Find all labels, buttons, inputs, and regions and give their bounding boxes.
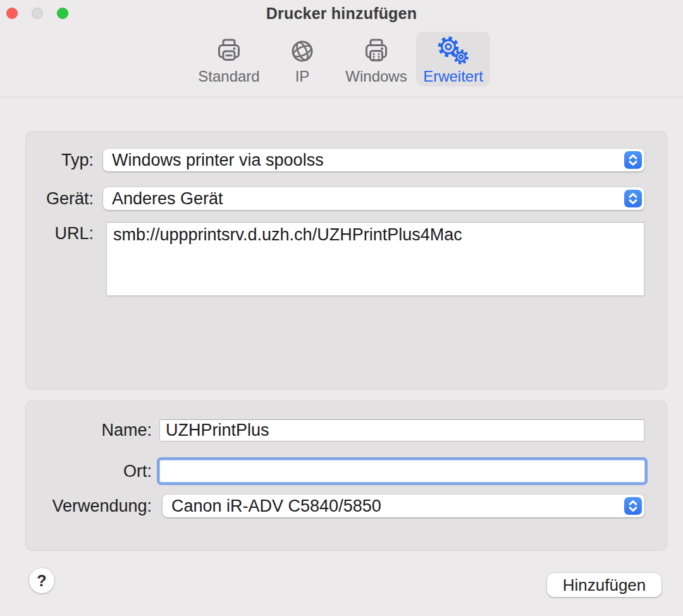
typ-label: Typ: <box>26 149 94 171</box>
verwendung-select[interactable]: Canon iR-ADV C5840/5850 <box>163 495 644 517</box>
geraet-select[interactable]: Anderes Gerät <box>103 187 644 210</box>
tab-label: IP <box>295 68 310 85</box>
stepper-icon <box>624 190 642 207</box>
stepper-icon <box>624 497 642 515</box>
gears-icon <box>435 36 472 68</box>
toolbar-divider <box>0 97 683 97</box>
typ-value: Windows printer via spoolss <box>103 151 624 170</box>
window-title: Drucker hinzufügen <box>0 4 683 23</box>
url-input[interactable]: smb://uppprintsrv.d.uzh.ch/UZHPrintPlus4… <box>106 222 644 296</box>
typ-select[interactable]: Windows printer via spoolss <box>103 149 644 171</box>
network-printer-icon <box>362 36 391 68</box>
tab-label: Standard <box>198 68 259 85</box>
printer-icon <box>214 36 243 68</box>
tab-standard[interactable]: Standard <box>197 32 261 87</box>
tab-label: Windows <box>345 68 407 85</box>
verwendung-value: Canon iR-ADV C5840/5850 <box>163 496 624 516</box>
ort-label: Ort: <box>26 460 152 483</box>
details-panel: Name: Ort: Verwendung: Canon iR-ADV C584… <box>25 400 667 551</box>
connection-panel: Typ: Windows printer via spoolss Gerät: … <box>25 131 667 390</box>
tab-label: Erweitert <box>423 68 483 85</box>
add-button[interactable]: Hinzufügen <box>547 573 661 597</box>
ort-input[interactable] <box>159 460 645 483</box>
tab-windows[interactable]: Windows <box>345 32 408 87</box>
verwendung-label: Verwendung: <box>26 495 152 517</box>
name-input[interactable] <box>159 419 644 441</box>
geraet-label: Gerät: <box>26 187 94 210</box>
tab-ip[interactable]: IP <box>283 32 321 87</box>
globe-icon <box>288 36 316 68</box>
tab-erweitert[interactable]: Erweitert <box>416 32 490 87</box>
url-label: URL: <box>26 222 94 245</box>
stepper-icon <box>624 151 642 169</box>
geraet-value: Anderes Gerät <box>103 189 624 209</box>
add-printer-window: Drucker hinzufügen Standard <box>0 0 683 616</box>
help-button[interactable]: ? <box>29 568 54 593</box>
name-label: Name: <box>26 419 152 441</box>
